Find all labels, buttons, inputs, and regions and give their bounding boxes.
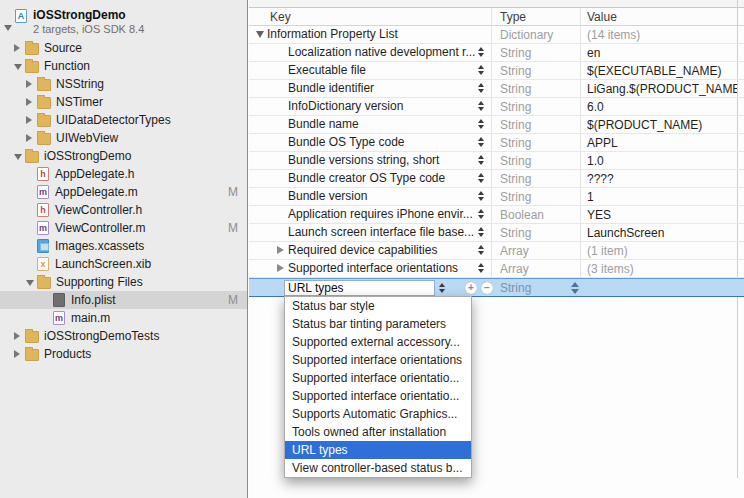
stepper-control[interactable] — [478, 47, 484, 57]
navigator-item-uidatadetectortypes[interactable]: UIDataDetectorTypes — [0, 111, 247, 129]
disclosure-collapsed-icon[interactable] — [14, 350, 25, 358]
navigator-item-viewcontroller-h[interactable]: h ViewController.h — [0, 201, 247, 219]
stepper-control[interactable] — [478, 263, 484, 273]
navigator-item-label: AppDelegate.m — [55, 185, 138, 199]
dropdown-option[interactable]: Tools owned after installation — [285, 423, 471, 441]
navigator-item-iosstrongdemotests[interactable]: iOSStrongDemoTests — [0, 327, 247, 345]
navigator-item-function[interactable]: Function — [0, 57, 247, 75]
plist-key: Bundle versions string, short — [288, 153, 439, 167]
folder-icon — [37, 277, 51, 289]
plist-row-supported-interface-orientations[interactable]: Supported interface orientations Array (… — [249, 260, 744, 278]
stepper-control[interactable] — [478, 155, 484, 165]
plist-type: String — [491, 118, 580, 132]
key-edit-field[interactable] — [284, 280, 435, 296]
plist-key: Bundle creator OS Type code — [288, 171, 445, 185]
navigator-item-label: AppDelegate.h — [55, 167, 134, 181]
dropdown-option[interactable]: Supports Automatic Graphics... — [285, 405, 471, 423]
disclosure-expanded-icon[interactable] — [26, 278, 37, 286]
stepper-control[interactable] — [478, 245, 484, 255]
disclosure-expanded-icon[interactable] — [256, 31, 264, 38]
navigator-item-nsstring[interactable]: NSString — [0, 75, 247, 93]
disclosure-collapsed-icon[interactable] — [26, 116, 37, 124]
navigator-item-project-root[interactable]: A iOSStrongDemo 2 targets, iOS SDK 8.4 — [0, 8, 247, 39]
disclosure-expanded-icon[interactable] — [14, 152, 25, 160]
dropdown-option[interactable]: Status bar tinting parameters — [285, 315, 471, 333]
plist-file-icon — [53, 293, 65, 307]
add-item-button[interactable]: + — [465, 282, 477, 294]
navigator-item-appdelegate-m[interactable]: m AppDelegate.m M — [0, 183, 247, 201]
navigator-item-products[interactable]: Products — [0, 345, 247, 363]
folder-icon — [37, 79, 51, 91]
plist-type: String — [500, 281, 531, 295]
dropdown-option-selected[interactable]: URL types — [285, 441, 471, 459]
navigator-item-appdelegate-h[interactable]: h AppDelegate.h — [0, 165, 247, 183]
plist-row-application-requires-iphone[interactable]: Application requires iPhone envir... Boo… — [249, 206, 744, 224]
dropdown-option[interactable]: View controller-based status b... — [285, 459, 471, 477]
stepper-control[interactable] — [478, 83, 484, 93]
navigator-item-info-plist[interactable]: Info.plist M — [0, 291, 247, 309]
plist-row-infodictionary-version[interactable]: InfoDictionary version String 6.0 — [249, 98, 744, 116]
stepper-control[interactable] — [478, 173, 484, 183]
plist-row-localization[interactable]: Localization native development r... Str… — [249, 44, 744, 62]
plist-row-executable-file[interactable]: Executable file String $(EXECUTABLE_NAME… — [249, 62, 744, 80]
stepper-control[interactable] — [478, 137, 484, 147]
navigator-item-launchscreen-xib[interactable]: x LaunchScreen.xib — [0, 255, 247, 273]
stepper-control[interactable] — [478, 65, 484, 75]
navigator-item-nstimer[interactable]: NSTimer — [0, 93, 247, 111]
header-file-icon: h — [37, 167, 49, 181]
disclosure-collapsed-icon[interactable] — [26, 80, 37, 88]
disclosure-collapsed-icon[interactable] — [26, 134, 37, 142]
plist-key: Executable file — [288, 63, 366, 77]
navigator-item-viewcontroller-m[interactable]: m ViewController.m M — [0, 219, 247, 237]
navigator-item-source[interactable]: Source — [0, 39, 247, 57]
plist-row-bundle-creator-os-type-code[interactable]: Bundle creator OS Type code String ???? — [249, 170, 744, 188]
disclosure-collapsed-icon[interactable] — [14, 44, 25, 52]
dropdown-option[interactable]: Supported interface orientations — [285, 351, 471, 369]
navigator-item-images-xcassets[interactable]: Images.xcassets — [0, 237, 247, 255]
stepper-control[interactable] — [478, 101, 484, 111]
plist-row-launch-screen-interface[interactable]: Launch screen interface file base... Str… — [249, 224, 744, 242]
plist-type: String — [491, 46, 580, 60]
navigator-item-iosstrongdemo-group[interactable]: iOSStrongDemo — [0, 147, 247, 165]
plist-type: String — [491, 64, 580, 78]
plist-row-bundle-identifier[interactable]: Bundle identifier String LiGang.$(PRODUC… — [249, 80, 744, 98]
column-header-key: Key — [270, 10, 291, 24]
disclosure-collapsed-icon[interactable] — [277, 264, 284, 272]
stepper-control[interactable] — [478, 209, 484, 219]
plist-type: Boolean — [491, 208, 580, 222]
plist-type: String — [491, 154, 580, 168]
type-popup-chevron-icon[interactable] — [571, 282, 579, 294]
stepper-control[interactable] — [478, 227, 484, 237]
dropdown-option[interactable]: Status bar style — [285, 297, 471, 315]
navigator-item-supporting-files[interactable]: Supporting Files — [0, 273, 247, 291]
stepper-control[interactable] — [478, 119, 484, 129]
plist-row-required-device-capabilities[interactable]: Required device capabilities Array (1 it… — [249, 242, 744, 260]
disclosure-expanded-icon[interactable] — [14, 62, 25, 70]
disclosure-collapsed-icon[interactable] — [277, 246, 284, 254]
navigator-item-label: ViewController.m — [55, 221, 145, 235]
plist-row-url-types-editing[interactable]: + − String — [249, 278, 744, 297]
dropdown-option[interactable]: Supported interface orientatio... — [285, 369, 471, 387]
disclosure-collapsed-icon[interactable] — [14, 332, 25, 340]
key-autocomplete-dropdown: Status bar style Status bar tinting para… — [284, 296, 472, 478]
navigator-item-uiwebview[interactable]: UIWebView — [0, 129, 247, 147]
dropdown-option[interactable]: Supported interface orientatio... — [285, 387, 471, 405]
stepper-control[interactable] — [439, 283, 445, 293]
folder-icon — [25, 151, 39, 163]
plist-row-bundle-name[interactable]: Bundle name String $(PRODUCT_NAME) — [249, 116, 744, 134]
plist-row-bundle-version[interactable]: Bundle version String 1 — [249, 188, 744, 206]
disclosure-expanded-icon[interactable] — [4, 14, 15, 39]
xcode-window: A iOSStrongDemo 2 targets, iOS SDK 8.4 S… — [0, 0, 744, 498]
plist-value: LaunchScreen — [580, 226, 737, 240]
navigator-item-main-m[interactable]: m main.m — [0, 309, 247, 327]
dropdown-option[interactable]: Supported external accessory... — [285, 333, 471, 351]
disclosure-collapsed-icon[interactable] — [26, 98, 37, 106]
plist-row-information-property-list[interactable]: Information Property List Dictionary (14… — [249, 26, 744, 44]
remove-item-button[interactable]: − — [481, 282, 493, 294]
plist-type: String — [491, 226, 580, 240]
modified-badge: M — [228, 185, 238, 199]
stepper-control[interactable] — [478, 191, 484, 201]
plist-row-bundle-versions-string-short[interactable]: Bundle versions string, short String 1.0 — [249, 152, 744, 170]
plist-row-bundle-os-type-code[interactable]: Bundle OS Type code String APPL — [249, 134, 744, 152]
folder-icon — [25, 331, 39, 343]
